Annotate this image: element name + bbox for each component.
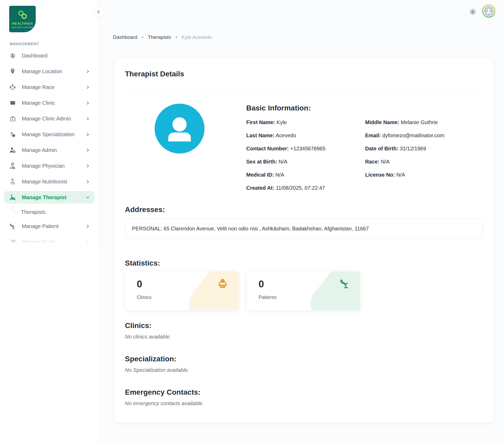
field-date-of-birth: Date of Birth: 31/12/1969 — [365, 145, 483, 152]
page-title: Therapist Details — [125, 70, 483, 78]
chevron-right-icon — [86, 164, 90, 168]
breadcrumb: Dashboard Therapists Kyle Acevedo — [113, 34, 212, 40]
statistics-heading: Statistics: — [125, 259, 483, 268]
basic-info-right-column: Middle Name: Melanie Guthrie Email: dyfo… — [365, 104, 483, 198]
patients-count: 0 — [259, 279, 264, 290]
sidebar-item-manage-specialization[interactable]: Manage Specialization — [4, 128, 94, 141]
clinics-label: Clinics — [137, 294, 151, 300]
clinics-heading: Clinics: — [125, 321, 483, 330]
brand-knot-icon — [17, 10, 28, 20]
clinics-empty-note: No clinics available. — [125, 334, 483, 340]
account-menu-button[interactable] — [482, 4, 495, 18]
chevron-right-icon — [86, 70, 90, 73]
sidebar-item-manage-nutritionist[interactable]: Manage Nutritionist — [4, 175, 94, 188]
user-plus-icon — [9, 146, 17, 154]
nutritionist-icon — [9, 178, 17, 185]
sidebar-item-manage-admin[interactable]: Manage Admin — [4, 144, 94, 156]
sidebar-section-label: MANAGEMENT — [10, 42, 98, 46]
emergency-contacts-heading: Emergency Contacts: — [125, 388, 483, 397]
title-divider — [125, 93, 483, 94]
settings-button[interactable] — [469, 8, 477, 16]
chevron-right-icon — [86, 85, 90, 89]
medical-bag-icon — [9, 115, 17, 122]
basic-info-heading: Basic Information: — [246, 104, 365, 113]
emergency-contacts-section: Emergency Contacts: No emergency contact… — [125, 388, 483, 406]
field-contact-number: Contact Number: +12345678965 — [246, 145, 365, 152]
field-license-no: License No: N/A — [365, 172, 483, 178]
sidebar-item-manage-physician[interactable]: Manage Physician — [4, 160, 94, 172]
specialization-heading: Specialization: — [125, 355, 483, 363]
field-race: Race: N/A — [365, 158, 483, 165]
chevron-down-icon — [86, 195, 90, 199]
specialization-empty-note: No Specialization available. — [125, 367, 483, 373]
patient-recline-icon — [339, 278, 351, 291]
people-group-icon — [9, 83, 17, 91]
field-first-name: First Name: Kyle — [246, 119, 365, 125]
sidebar-item-dashboard[interactable]: Dashboard — [4, 49, 94, 62]
emergency-contacts-empty-note: No emergency contacts available. — [125, 400, 483, 406]
field-middle-name: Middle Name: Melanie Guthrie — [365, 119, 483, 125]
stat-card-clinics: 0 Clinics — [125, 271, 238, 310]
person-icon — [155, 104, 204, 154]
user-avatar — [483, 5, 495, 17]
field-created-at: Created At: 11/08/2025, 07:22:47 — [246, 185, 365, 191]
breadcrumb-therapists[interactable]: Therapists — [148, 34, 171, 40]
chevron-right-icon — [86, 180, 90, 184]
breadcrumb-separator-dot — [142, 36, 143, 38]
chevron-right-icon — [86, 133, 90, 136]
stat-card-patients: 0 Patients — [247, 271, 360, 310]
app-logo: HEALTHSIA HEALTHIER TOGETHER! — [9, 6, 36, 32]
chevron-right-icon — [86, 148, 90, 152]
gear-icon — [469, 8, 477, 16]
breadcrumb-dashboard[interactable]: Dashboard — [113, 34, 137, 40]
person-icon — [485, 8, 492, 14]
specialization-section: Specialization: No Specialization availa… — [125, 355, 483, 373]
brand-name: HEALTHSIA — [12, 22, 33, 25]
field-sex-at-birth: Sex at Birth: N/A — [246, 158, 365, 165]
sidebar-subitem-therapists[interactable]: Therapists — [4, 207, 94, 217]
sidebar-item-manage-patient[interactable]: Manage Patient — [4, 220, 94, 232]
therapist-avatar — [155, 104, 204, 154]
clinics-section: Clinics: No clinics available. — [125, 321, 483, 340]
sidebar-item-manage-clinic-admin[interactable]: Manage Clinic Admin — [4, 112, 94, 125]
sidebar-collapse-button[interactable] — [93, 6, 104, 17]
storefront-icon — [9, 99, 17, 107]
sidebar-item-manage-food[interactable]: Manage Food — [4, 236, 94, 245]
address-entry: PERSONAL: 65 Clarendon Avenue, Velit non… — [125, 218, 483, 239]
sidebar-item-manage-therapist[interactable]: Manage Therapist — [4, 191, 94, 204]
basic-info-left-column: Basic Information: First Name: Kyle Last… — [246, 104, 365, 198]
sidebar-item-manage-clinic[interactable]: Manage Clinic — [4, 97, 94, 109]
brand-tagline: HEALTHIER TOGETHER! — [12, 27, 33, 28]
chevron-right-icon — [86, 224, 90, 228]
basic-info-columns: Basic Information: First Name: Kyle Last… — [246, 104, 483, 198]
sidebar-item-manage-location[interactable]: Manage Location — [4, 65, 94, 78]
statistics-cards-row: 0 Clinics 0 Patients — [125, 271, 483, 310]
chevron-left-icon — [96, 9, 101, 14]
addresses-heading: Addresses: — [125, 205, 483, 214]
chevron-right-icon — [86, 117, 90, 121]
sidebar-nav: Dashboard Manage Location Manage Race Ma… — [0, 49, 98, 245]
sidebar: HEALTHSIA HEALTHIER TOGETHER! MANAGEMENT… — [0, 0, 98, 444]
clinic-cap-icon — [216, 278, 229, 291]
basic-info-row: Basic Information: First Name: Kyle Last… — [125, 104, 483, 198]
chevron-right-icon — [86, 240, 90, 244]
chevron-right-icon — [86, 101, 90, 105]
patients-label: Patients — [259, 294, 277, 300]
field-medical-id: Medical ID: N/A — [246, 172, 365, 178]
patient-recline-icon — [9, 223, 17, 230]
shapes-icon — [9, 131, 17, 138]
breadcrumb-current-page: Kyle Acevedo — [182, 34, 212, 40]
dashboard-gauge-icon — [9, 52, 17, 59]
therapist-details-card: Therapist Details Basic Information: Fir… — [114, 57, 494, 422]
statistics-section: Statistics: 0 Clinics 0 — [125, 259, 483, 310]
massage-table-icon — [9, 194, 17, 201]
field-email: Email: dyfomezo@mailinator.com — [365, 132, 483, 139]
addresses-section: Addresses: PERSONAL: 65 Clarendon Avenue… — [125, 205, 483, 239]
field-last-name: Last Name: Acevedo — [246, 132, 365, 139]
shopping-cart-icon — [9, 239, 17, 245]
map-pin-icon — [9, 68, 17, 75]
sidebar-item-manage-race[interactable]: Manage Race — [4, 81, 94, 93]
stat-wedge-amber — [183, 271, 238, 310]
breadcrumb-separator-dot — [176, 36, 177, 38]
stat-wedge-green — [305, 271, 360, 310]
